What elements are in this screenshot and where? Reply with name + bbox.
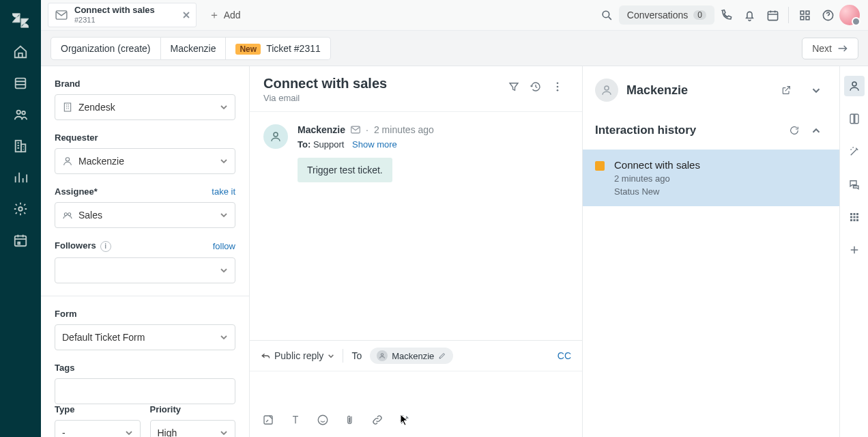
phone-icon[interactable] bbox=[714, 3, 738, 27]
building-icon bbox=[62, 102, 73, 113]
chevron-down-icon bbox=[220, 104, 228, 110]
message-avatar bbox=[263, 124, 288, 149]
external-link-icon[interactable] bbox=[775, 79, 797, 101]
help-icon[interactable] bbox=[816, 3, 839, 27]
reporting-icon[interactable] bbox=[12, 169, 29, 186]
tags-label: Tags bbox=[55, 363, 235, 373]
add-app-icon[interactable] bbox=[844, 240, 865, 260]
interaction-history-title: Interaction history bbox=[595, 124, 696, 137]
svg-point-16 bbox=[66, 158, 69, 161]
admin-gear-icon[interactable] bbox=[12, 201, 29, 217]
brand-label: Brand bbox=[55, 79, 235, 89]
composer-textarea[interactable] bbox=[250, 371, 582, 406]
sparkle-app-icon[interactable] bbox=[844, 141, 865, 162]
user-context-app-icon[interactable] bbox=[844, 76, 865, 96]
assignee-dropdown[interactable]: Sales bbox=[55, 202, 235, 228]
message: Mackenzie · 2 minutes ago To: Support Sh… bbox=[250, 112, 582, 195]
info-icon[interactable]: i bbox=[100, 241, 111, 252]
svg-rect-36 bbox=[853, 219, 855, 221]
conversations-button[interactable]: Conversations 0 bbox=[619, 5, 714, 25]
follow-link[interactable]: follow bbox=[213, 241, 235, 251]
message-to-label: To: bbox=[298, 139, 310, 150]
link-icon[interactable] bbox=[370, 412, 385, 427]
svg-rect-32 bbox=[850, 216, 852, 218]
organizations-icon[interactable] bbox=[12, 138, 29, 154]
cc-link[interactable]: CC bbox=[558, 350, 571, 361]
brand-dropdown[interactable]: Zendesk bbox=[55, 94, 235, 120]
context-panel: Mackenzie Interaction history Connect wi… bbox=[583, 66, 839, 437]
chevron-down-icon bbox=[125, 430, 133, 436]
profile-avatar[interactable] bbox=[839, 5, 860, 25]
svg-rect-34 bbox=[856, 216, 858, 218]
refresh-icon[interactable] bbox=[783, 119, 805, 141]
crumb-user[interactable]: Mackenzie bbox=[161, 37, 227, 60]
recipient-chip[interactable]: Mackenzie bbox=[370, 348, 453, 364]
calendar-nav-icon[interactable] bbox=[12, 232, 29, 249]
tab-title: Connect with sales bbox=[74, 5, 155, 16]
svg-point-27 bbox=[605, 86, 609, 90]
more-options-icon[interactable] bbox=[547, 76, 568, 98]
filter-icon[interactable] bbox=[503, 76, 525, 98]
take-it-link[interactable]: take it bbox=[212, 186, 235, 197]
status-square-icon bbox=[595, 161, 605, 171]
interaction-history-item[interactable]: Connect with sales 2 minutes ago Status … bbox=[583, 150, 839, 206]
svg-point-28 bbox=[852, 82, 856, 86]
svg-rect-4 bbox=[21, 144, 25, 152]
edit-pencil-icon[interactable] bbox=[438, 352, 446, 360]
chevron-down-icon[interactable] bbox=[805, 79, 827, 101]
close-tab-icon[interactable] bbox=[162, 11, 190, 19]
grid-app-icon[interactable] bbox=[844, 207, 865, 227]
crumb-organization[interactable]: Organization (create) bbox=[50, 37, 161, 60]
reply-mode-dropdown[interactable]: Public reply bbox=[261, 350, 334, 361]
conversation-title: Connect with sales bbox=[263, 76, 387, 91]
crumb-organization-label: Organization (create) bbox=[61, 43, 151, 54]
form-dropdown[interactable]: Default Ticket Form bbox=[55, 324, 235, 350]
add-tab-button[interactable]: ＋ Add bbox=[209, 8, 241, 23]
followers-dropdown[interactable] bbox=[55, 257, 235, 283]
home-icon[interactable] bbox=[12, 44, 29, 60]
search-icon[interactable] bbox=[596, 3, 619, 27]
priority-value: High bbox=[158, 427, 177, 438]
svg-rect-12 bbox=[800, 16, 804, 20]
apps-rail bbox=[839, 66, 868, 437]
views-icon[interactable] bbox=[12, 75, 29, 91]
svg-point-20 bbox=[557, 86, 559, 88]
plus-icon: ＋ bbox=[209, 8, 220, 23]
svg-point-26 bbox=[318, 415, 328, 425]
text-format-icon[interactable] bbox=[288, 412, 303, 427]
assignee-value: Sales bbox=[78, 210, 102, 221]
requester-dropdown[interactable]: Mackenzie bbox=[55, 148, 235, 174]
compose-note-icon[interactable] bbox=[261, 412, 276, 427]
svg-point-18 bbox=[68, 213, 71, 216]
arrow-right-icon bbox=[837, 44, 848, 53]
apps-grid-icon[interactable] bbox=[793, 3, 816, 27]
zendesk-logo-icon[interactable] bbox=[12, 12, 29, 29]
crumb-ticket[interactable]: NewTicket #2311 bbox=[226, 37, 330, 60]
chat-app-icon[interactable] bbox=[844, 174, 865, 195]
chevron-up-icon[interactable] bbox=[805, 119, 827, 141]
show-more-link[interactable]: Show more bbox=[352, 139, 397, 150]
knowledge-app-icon[interactable] bbox=[844, 109, 865, 129]
notifications-bell-icon[interactable] bbox=[738, 3, 761, 27]
top-tabs-bar: Connect with sales #2311 ＋ Add Conversat… bbox=[41, 0, 868, 31]
svg-point-5 bbox=[18, 207, 23, 211]
customers-icon[interactable] bbox=[12, 107, 29, 123]
mail-icon bbox=[55, 10, 68, 20]
tags-input[interactable] bbox=[55, 378, 235, 404]
attachment-icon[interactable] bbox=[343, 412, 358, 427]
history-item-time: 2 minutes ago bbox=[614, 173, 700, 184]
history-clock-icon[interactable] bbox=[525, 76, 547, 98]
priority-label: Priority bbox=[150, 404, 236, 414]
calendar-icon[interactable] bbox=[761, 3, 784, 27]
magic-wand-icon[interactable] bbox=[397, 412, 412, 427]
tab-subtitle: #2311 bbox=[74, 16, 155, 25]
ticket-tab[interactable]: Connect with sales #2311 bbox=[48, 3, 197, 27]
priority-dropdown[interactable]: High bbox=[150, 420, 236, 438]
svg-point-1 bbox=[17, 111, 21, 115]
emoji-icon[interactable] bbox=[315, 412, 330, 427]
svg-point-19 bbox=[557, 82, 559, 84]
type-label: Type bbox=[55, 404, 141, 414]
type-dropdown[interactable]: - bbox=[55, 420, 141, 438]
next-button[interactable]: Next bbox=[802, 38, 858, 59]
svg-point-2 bbox=[22, 111, 25, 115]
